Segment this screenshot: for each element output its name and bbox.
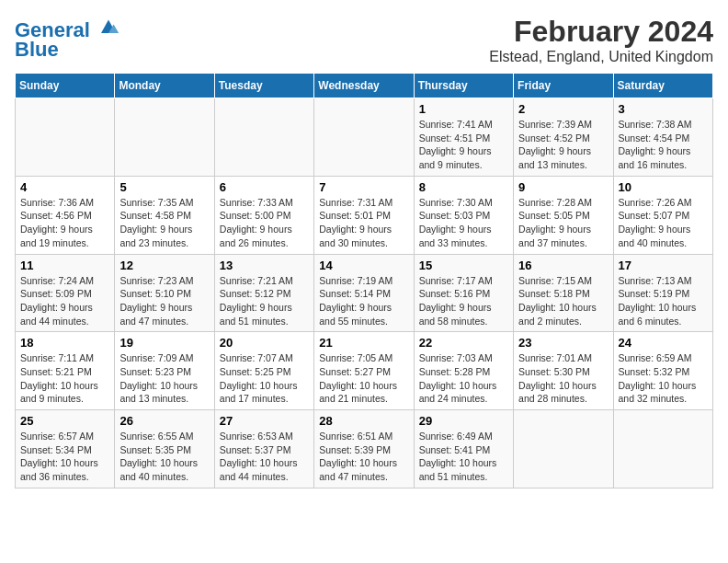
calendar-cell [314,98,414,177]
day-info: Sunrise: 7:30 AM Sunset: 5:03 PM Dayligh… [419,196,508,250]
day-number: 28 [319,414,408,428]
calendar-cell [613,410,712,488]
calendar-cell: 23Sunrise: 7:01 AM Sunset: 5:30 PM Dayli… [514,332,613,410]
calendar-week-row: 11Sunrise: 7:24 AM Sunset: 5:09 PM Dayli… [16,254,713,332]
day-number: 8 [419,180,508,194]
day-number: 12 [119,259,209,272]
col-header-friday: Friday [514,74,613,98]
day-number: 5 [119,180,209,194]
day-info: Sunrise: 7:26 AM Sunset: 5:07 PM Dayligh… [619,196,708,250]
calendar-cell [214,98,313,177]
day-number: 1 [419,102,508,116]
logo-icon [97,15,119,37]
day-number: 15 [419,259,508,272]
day-info: Sunrise: 7:28 AM Sunset: 5:05 PM Dayligh… [518,196,608,250]
day-number: 6 [220,180,309,194]
day-number: 11 [20,259,109,272]
day-info: Sunrise: 7:19 AM Sunset: 5:14 PM Dayligh… [319,274,408,328]
calendar-table: SundayMondayTuesdayWednesdayThursdayFrid… [15,73,713,488]
calendar-header-row: SundayMondayTuesdayWednesdayThursdayFrid… [16,74,713,98]
calendar-cell: 14Sunrise: 7:19 AM Sunset: 5:14 PM Dayli… [314,254,414,332]
calendar-cell: 20Sunrise: 7:07 AM Sunset: 5:25 PM Dayli… [214,332,313,410]
day-info: Sunrise: 7:38 AM Sunset: 4:54 PM Dayligh… [619,118,708,172]
day-info: Sunrise: 6:55 AM Sunset: 5:35 PM Dayligh… [119,430,209,484]
calendar-cell: 24Sunrise: 6:59 AM Sunset: 5:32 PM Dayli… [613,332,712,410]
col-header-wednesday: Wednesday [314,74,414,98]
day-info: Sunrise: 7:21 AM Sunset: 5:12 PM Dayligh… [220,274,309,328]
day-info: Sunrise: 7:11 AM Sunset: 5:21 PM Dayligh… [20,351,109,406]
day-number: 22 [419,336,508,350]
day-number: 2 [518,102,608,116]
calendar-cell: 13Sunrise: 7:21 AM Sunset: 5:12 PM Dayli… [214,254,313,332]
day-info: Sunrise: 6:49 AM Sunset: 5:41 PM Dayligh… [419,430,508,484]
calendar-cell: 12Sunrise: 7:23 AM Sunset: 5:10 PM Dayli… [115,254,214,332]
calendar-cell: 11Sunrise: 7:24 AM Sunset: 5:09 PM Dayli… [16,254,115,332]
day-number: 16 [518,259,608,272]
calendar-cell: 19Sunrise: 7:09 AM Sunset: 5:23 PM Dayli… [115,332,214,410]
calendar-cell: 3Sunrise: 7:38 AM Sunset: 4:54 PM Daylig… [613,98,712,177]
day-number: 25 [20,414,109,428]
day-number: 23 [518,336,608,350]
calendar-cell: 7Sunrise: 7:31 AM Sunset: 5:01 PM Daylig… [314,176,414,254]
logo: General Blue [15,15,119,62]
calendar-cell: 10Sunrise: 7:26 AM Sunset: 5:07 PM Dayli… [613,176,712,254]
calendar-cell: 15Sunrise: 7:17 AM Sunset: 5:16 PM Dayli… [414,254,513,332]
calendar-cell [115,98,214,177]
calendar-cell: 1Sunrise: 7:41 AM Sunset: 4:51 PM Daylig… [414,98,513,177]
calendar-cell: 2Sunrise: 7:39 AM Sunset: 4:52 PM Daylig… [514,98,613,177]
day-number: 20 [220,336,309,350]
day-info: Sunrise: 7:03 AM Sunset: 5:28 PM Dayligh… [419,351,508,406]
day-number: 14 [319,259,408,272]
day-info: Sunrise: 7:15 AM Sunset: 5:18 PM Dayligh… [518,274,608,328]
calendar-cell: 22Sunrise: 7:03 AM Sunset: 5:28 PM Dayli… [414,332,513,410]
day-number: 17 [619,259,708,272]
day-info: Sunrise: 6:53 AM Sunset: 5:37 PM Dayligh… [220,430,309,484]
day-number: 18 [20,336,109,350]
day-info: Sunrise: 6:57 AM Sunset: 5:34 PM Dayligh… [20,430,109,484]
day-number: 3 [619,102,708,116]
day-number: 29 [419,414,508,428]
calendar-cell: 28Sunrise: 6:51 AM Sunset: 5:39 PM Dayli… [314,410,414,488]
day-info: Sunrise: 7:01 AM Sunset: 5:30 PM Dayligh… [518,351,608,406]
calendar-cell: 6Sunrise: 7:33 AM Sunset: 5:00 PM Daylig… [214,176,313,254]
calendar-cell: 25Sunrise: 6:57 AM Sunset: 5:34 PM Dayli… [16,410,115,488]
day-info: Sunrise: 7:36 AM Sunset: 4:56 PM Dayligh… [20,196,109,250]
day-info: Sunrise: 6:51 AM Sunset: 5:39 PM Dayligh… [319,430,408,484]
day-info: Sunrise: 6:59 AM Sunset: 5:32 PM Dayligh… [619,351,708,406]
day-number: 26 [119,414,209,428]
day-number: 10 [619,180,708,194]
day-info: Sunrise: 7:23 AM Sunset: 5:10 PM Dayligh… [119,274,209,328]
calendar-cell: 27Sunrise: 6:53 AM Sunset: 5:37 PM Dayli… [214,410,313,488]
calendar-cell [514,410,613,488]
calendar-cell: 26Sunrise: 6:55 AM Sunset: 5:35 PM Dayli… [115,410,214,488]
day-info: Sunrise: 7:17 AM Sunset: 5:16 PM Dayligh… [419,274,508,328]
col-header-tuesday: Tuesday [214,74,313,98]
calendar-cell: 9Sunrise: 7:28 AM Sunset: 5:05 PM Daylig… [514,176,613,254]
day-info: Sunrise: 7:41 AM Sunset: 4:51 PM Dayligh… [419,118,508,172]
calendar-cell [16,98,115,177]
day-number: 7 [319,180,408,194]
page-title: February 2024 [489,15,713,49]
title-block: February 2024 Elstead, England, United K… [489,15,713,65]
col-header-saturday: Saturday [613,74,712,98]
col-header-monday: Monday [115,74,214,98]
day-info: Sunrise: 7:05 AM Sunset: 5:27 PM Dayligh… [319,351,408,406]
day-info: Sunrise: 7:35 AM Sunset: 4:58 PM Dayligh… [119,196,209,250]
page-subtitle: Elstead, England, United Kingdom [489,49,713,65]
day-number: 4 [20,180,109,194]
calendar-week-row: 1Sunrise: 7:41 AM Sunset: 4:51 PM Daylig… [16,98,713,177]
day-number: 27 [220,414,309,428]
day-number: 19 [119,336,209,350]
calendar-week-row: 25Sunrise: 6:57 AM Sunset: 5:34 PM Dayli… [16,410,713,488]
calendar-week-row: 4Sunrise: 7:36 AM Sunset: 4:56 PM Daylig… [16,176,713,254]
calendar-cell: 16Sunrise: 7:15 AM Sunset: 5:18 PM Dayli… [514,254,613,332]
calendar-cell: 21Sunrise: 7:05 AM Sunset: 5:27 PM Dayli… [314,332,414,410]
col-header-sunday: Sunday [16,74,115,98]
calendar-cell: 8Sunrise: 7:30 AM Sunset: 5:03 PM Daylig… [414,176,513,254]
calendar-cell: 4Sunrise: 7:36 AM Sunset: 4:56 PM Daylig… [16,176,115,254]
calendar-cell: 17Sunrise: 7:13 AM Sunset: 5:19 PM Dayli… [613,254,712,332]
day-info: Sunrise: 7:24 AM Sunset: 5:09 PM Dayligh… [20,274,109,328]
day-number: 21 [319,336,408,350]
day-number: 9 [518,180,608,194]
day-info: Sunrise: 7:39 AM Sunset: 4:52 PM Dayligh… [518,118,608,172]
